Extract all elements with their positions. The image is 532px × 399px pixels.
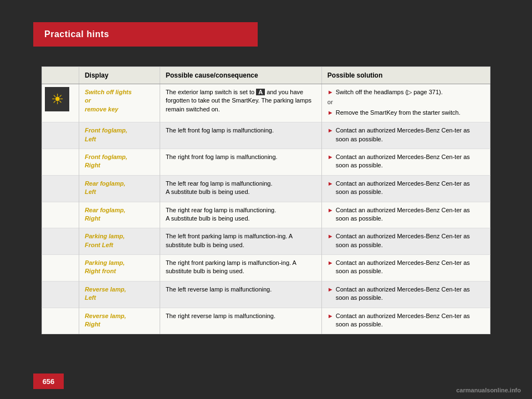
icon-cell-empty (42, 228, 79, 255)
table-row: Reverse lamp,Right The right reverse lam… (42, 308, 490, 334)
arrow-icon: ► (328, 312, 334, 320)
arrow-icon: ► (328, 180, 334, 188)
header-bar: Practical hints (33, 22, 258, 47)
solution-text: ► Contact an authorized Mercedes-Benz Ce… (321, 202, 490, 228)
col-header-display (42, 67, 79, 84)
arrow-icon: ► (328, 153, 334, 161)
icon-cell-empty (42, 281, 79, 308)
table-row: Rear foglamp,Right The right rear fog la… (42, 202, 490, 228)
solution-text: ► Contact an authorized Mercedes-Benz Ce… (321, 149, 490, 175)
watermark: carmanualsonline.info (456, 387, 521, 393)
table-row: ☀ Switch off lightsorremove key The exte… (42, 84, 490, 122)
solution-text: ► Contact an authorized Mercedes-Benz Ce… (321, 122, 490, 149)
cause-text: The right rear fog lamp is malfunctionin… (160, 202, 321, 228)
page-number: 656 (33, 374, 64, 389)
solution-line: ► Contact an authorized Mercedes-Benz Ce… (328, 285, 484, 303)
table-row: Rear foglamp,Left The left rear fog lamp… (42, 175, 490, 202)
display-label: Reverse lamp,Left (79, 281, 160, 308)
display-label: Rear foglamp,Left (79, 175, 160, 202)
table-row: Front foglamp,Left The left front fog la… (42, 122, 490, 149)
solution-line: ► Contact an authorized Mercedes-Benz Ce… (328, 206, 484, 223)
cause-text: The left front fog lamp is malfunctionin… (160, 122, 321, 149)
arrow-icon: ► (328, 206, 334, 214)
solution-line: ► Contact an authorized Mercedes-Benz Ce… (328, 259, 484, 276)
solution-line-1: ► Switch off the headlamps (▷ page 371). (328, 88, 484, 96)
display-label: Rear foglamp,Right (79, 202, 160, 228)
page-title: Practical hints (44, 29, 109, 39)
icon-cell: ☀ (42, 84, 79, 122)
display-text: Switch off lightsorremove key (85, 89, 132, 112)
cause-text: The right front fog lamp is malfunctioni… (160, 149, 321, 175)
table-row: Parking lamp,Front Left The left front p… (42, 228, 490, 255)
cause-text: The right reverse lamp is malfunctioning… (160, 308, 321, 334)
arrow-icon: ► (328, 88, 334, 96)
table-row: Front foglamp,Right The right front fog … (42, 149, 490, 175)
icon-cell-empty (42, 149, 79, 175)
arrow-icon: ► (328, 109, 334, 117)
solution-text: ► Contact an authorized Mercedes-Benz Ce… (321, 255, 490, 282)
cause-text: The left front parking lamp is malfuncti… (160, 228, 321, 255)
arrow-icon: ► (328, 126, 334, 135)
solution-text: ► Contact an authorized Mercedes-Benz Ce… (321, 281, 490, 308)
arrow-icon: ► (328, 285, 334, 294)
or-label: or (328, 98, 484, 106)
icon-cell-empty (42, 175, 79, 202)
table-row: Reverse lamp,Left The left reverse lamp … (42, 281, 490, 308)
display-label: Switch off lightsorremove key (79, 84, 160, 122)
solution-text: ► Contact an authorized Mercedes-Benz Ce… (321, 175, 490, 202)
table-row: Parking lamp,Right front The right front… (42, 255, 490, 282)
cause-text: The left rear fog lamp is malfunctioning… (160, 175, 321, 202)
arrow-icon: ► (328, 259, 334, 267)
display-label: Parking lamp,Right front (79, 255, 160, 282)
col-header-display-text: Display (79, 67, 160, 84)
display-label: Front foglamp,Right (79, 149, 160, 175)
col-header-solution: Possible solution (321, 67, 490, 84)
display-label: Reverse lamp,Right (79, 308, 160, 334)
main-table-area: Display Possible cause/consequence Possi… (42, 66, 490, 355)
display-label: Parking lamp,Front Left (79, 228, 160, 255)
solution-text: ► Contact an authorized Mercedes-Benz Ce… (321, 228, 490, 255)
solution-line: ► Contact an authorized Mercedes-Benz Ce… (328, 153, 484, 170)
col-header-cause: Possible cause/consequence (160, 67, 321, 84)
arrow-icon: ► (328, 232, 334, 241)
display-label: Front foglamp,Left (79, 122, 160, 149)
icon-cell-empty (42, 308, 79, 334)
solution-text: ► Contact an authorized Mercedes-Benz Ce… (321, 308, 490, 334)
solution-text: ► Switch off the headlamps (▷ page 371).… (321, 84, 490, 122)
solution-line: ► Contact an authorized Mercedes-Benz Ce… (328, 312, 484, 329)
sun-icon: ☀ (45, 87, 69, 111)
cause-text: The left reverse lamp is malfunctioning. (160, 281, 321, 308)
icon-cell-empty (42, 255, 79, 282)
solution-line-2: ► Remove the SmartKey from the starter s… (328, 109, 484, 117)
solution-line: ► Contact an authorized Mercedes-Benz Ce… (328, 180, 484, 197)
hints-table: Display Possible cause/consequence Possi… (42, 66, 490, 334)
cause-text: The right front parking lamp is malfunct… (160, 255, 321, 282)
icon-cell-empty (42, 122, 79, 149)
solution-line: ► Contact an authorized Mercedes-Benz Ce… (328, 126, 484, 144)
solution-line: ► Contact an authorized Mercedes-Benz Ce… (328, 232, 484, 249)
icon-cell-empty (42, 202, 79, 228)
table-header-row: Display Possible cause/consequence Possi… (42, 67, 490, 84)
cause-text: The exterior lamp switch is set to A and… (160, 84, 321, 122)
